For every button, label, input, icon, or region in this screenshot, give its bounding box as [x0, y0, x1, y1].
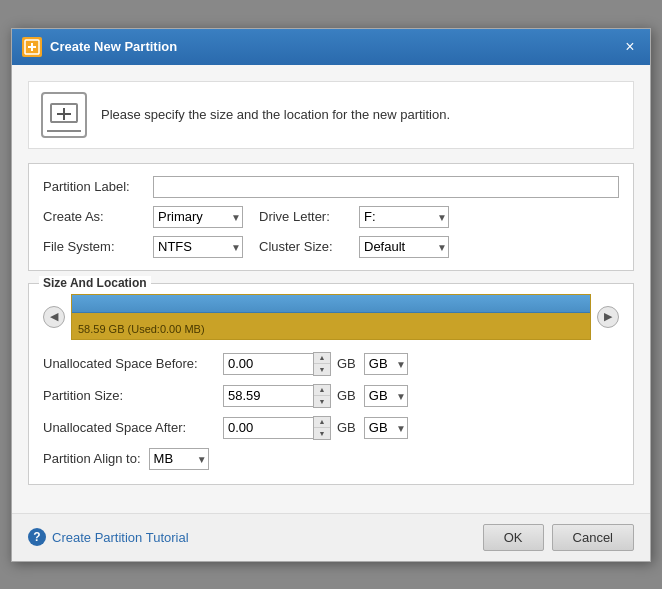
unallocated-after-input[interactable] — [223, 417, 313, 439]
cluster-size-select-wrapper: Default 512 1024 2048 ▼ — [359, 236, 449, 258]
unallocated-before-down-button[interactable]: ▼ — [314, 364, 330, 375]
unallocated-after-spinner: ▲ ▼ — [223, 416, 331, 440]
create-as-row: Create As: Primary Logical Extended ▼ Dr… — [43, 206, 619, 228]
dialog-body: Please specify the size and the location… — [12, 65, 650, 513]
unallocated-before-unit-select-wrapper: GB MB ▼ — [364, 353, 408, 375]
unallocated-before-spinner-buttons: ▲ ▼ — [313, 352, 331, 376]
create-as-select[interactable]: Primary Logical Extended — [153, 206, 243, 228]
cluster-size-select[interactable]: Default 512 1024 2048 — [359, 236, 449, 258]
partition-size-label: Partition Size: — [43, 388, 223, 403]
partition-size-spinner: ▲ ▼ — [223, 384, 331, 408]
info-description: Please specify the size and the location… — [101, 107, 450, 122]
unallocated-after-unit: GB — [337, 420, 356, 435]
dialog-footer: ? Create Partition Tutorial OK Cancel — [12, 513, 650, 561]
dialog-title: Create New Partition — [50, 39, 177, 54]
size-location-section: Size And Location ◀ 58.59 GB (Used:0.00 … — [28, 283, 634, 485]
partition-icon — [41, 92, 87, 138]
file-system-select-wrapper: NTFS FAT32 exFAT ▼ — [153, 236, 243, 258]
unallocated-before-spinner: ▲ ▼ — [223, 352, 331, 376]
unallocated-before-unit-select[interactable]: GB MB — [364, 353, 408, 375]
partition-size-unit-select-wrapper: GB MB ▼ — [364, 385, 408, 407]
partition-size-unit-select[interactable]: GB MB — [364, 385, 408, 407]
unallocated-after-label: Unallocated Space After: — [43, 420, 223, 435]
create-as-select-wrapper: Primary Logical Extended ▼ — [153, 206, 243, 228]
partition-bar-fill — [72, 295, 590, 313]
unallocated-before-row: Unallocated Space Before: ▲ ▼ GB GB MB ▼ — [43, 352, 619, 376]
unallocated-after-unit-select[interactable]: GB MB — [364, 417, 408, 439]
drive-letter-label: Drive Letter: — [259, 209, 359, 224]
unallocated-after-row: Unallocated Space After: ▲ ▼ GB GB MB ▼ — [43, 416, 619, 440]
cancel-button[interactable]: Cancel — [552, 524, 634, 551]
title-bar: Create New Partition × — [12, 29, 650, 65]
nav-right-button[interactable]: ▶ — [597, 306, 619, 328]
partition-size-input[interactable] — [223, 385, 313, 407]
align-select[interactable]: MB KB None — [149, 448, 209, 470]
nav-left-button[interactable]: ◀ — [43, 306, 65, 328]
unallocated-before-input[interactable] — [223, 353, 313, 375]
align-row: Partition Align to: MB KB None ▼ — [43, 448, 619, 470]
partition-label-input[interactable] — [153, 176, 619, 198]
unallocated-after-unit-select-wrapper: GB MB ▼ — [364, 417, 408, 439]
size-location-label: Size And Location — [39, 276, 151, 290]
partition-size-down-button[interactable]: ▼ — [314, 396, 330, 407]
partition-bar-label: 58.59 GB (Used:0.00 MB) — [78, 323, 205, 335]
partition-label-label: Partition Label: — [43, 179, 153, 194]
create-as-label: Create As: — [43, 209, 153, 224]
info-section: Please specify the size and the location… — [28, 81, 634, 149]
align-select-wrapper: MB KB None ▼ — [149, 448, 209, 470]
partition-size-unit: GB — [337, 388, 356, 403]
drive-letter-select-wrapper: F: G: H: ▼ — [359, 206, 449, 228]
unallocated-before-label: Unallocated Space Before: — [43, 356, 223, 371]
title-bar-left: Create New Partition — [22, 37, 177, 57]
app-icon — [22, 37, 42, 57]
file-system-select[interactable]: NTFS FAT32 exFAT — [153, 236, 243, 258]
close-button[interactable]: × — [620, 37, 640, 57]
unallocated-before-up-button[interactable]: ▲ — [314, 353, 330, 364]
partition-visual: ◀ 58.59 GB (Used:0.00 MB) ▶ — [43, 294, 619, 340]
file-system-row: File System: NTFS FAT32 exFAT ▼ Cluster … — [43, 236, 619, 258]
unallocated-before-unit: GB — [337, 356, 356, 371]
help-link[interactable]: ? Create Partition Tutorial — [28, 528, 189, 546]
unallocated-after-up-button[interactable]: ▲ — [314, 417, 330, 428]
create-partition-dialog: Create New Partition × Please specify th… — [11, 28, 651, 562]
partition-size-row: Partition Size: ▲ ▼ GB GB MB ▼ — [43, 384, 619, 408]
form-section: Partition Label: Create As: Primary Logi… — [28, 163, 634, 271]
partition-bar: 58.59 GB (Used:0.00 MB) — [71, 294, 591, 340]
help-icon: ? — [28, 528, 46, 546]
unallocated-after-down-button[interactable]: ▼ — [314, 428, 330, 439]
unallocated-after-spinner-buttons: ▲ ▼ — [313, 416, 331, 440]
cluster-size-label: Cluster Size: — [259, 239, 359, 254]
partition-size-up-button[interactable]: ▲ — [314, 385, 330, 396]
ok-button[interactable]: OK — [483, 524, 544, 551]
footer-buttons: OK Cancel — [483, 524, 634, 551]
align-label: Partition Align to: — [43, 451, 141, 466]
partition-size-spinner-buttons: ▲ ▼ — [313, 384, 331, 408]
drive-letter-select[interactable]: F: G: H: — [359, 206, 449, 228]
partition-label-row: Partition Label: — [43, 176, 619, 198]
help-link-text: Create Partition Tutorial — [52, 530, 189, 545]
file-system-label: File System: — [43, 239, 153, 254]
